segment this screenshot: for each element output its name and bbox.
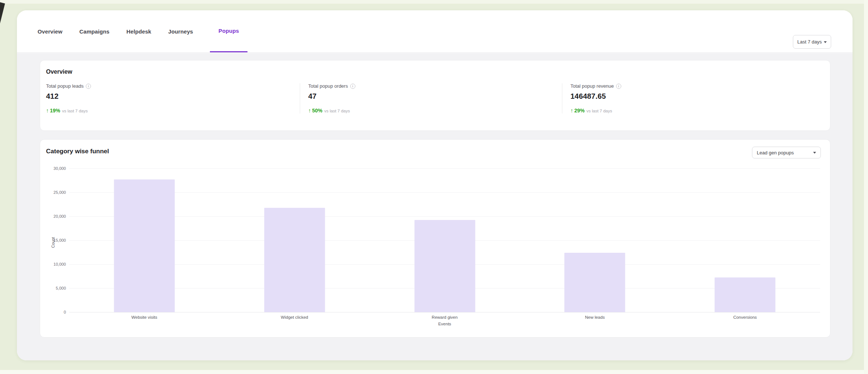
metric-value: 146487.65	[570, 92, 817, 101]
popup-type-value: Lead gen popups	[757, 150, 794, 155]
y-axis-tick-label: 15,000	[53, 238, 66, 242]
x-axis-category-label: Reward given	[432, 315, 457, 319]
chart-gridline: 20,000	[69, 216, 820, 217]
metric-total-popup-leads: Total popup leads i 412 ↑ 19% vs last 7 …	[46, 83, 300, 113]
x-axis-title: Events	[438, 322, 451, 326]
metric-change-period: vs last 7 days	[587, 109, 612, 113]
y-axis-tick-label: 10,000	[53, 262, 66, 266]
popup-type-dropdown[interactable]: Lead gen popups	[752, 147, 821, 158]
funnel-panel-title: Category wise funnel	[46, 148, 109, 155]
x-axis-category-label: Widget clicked	[281, 315, 308, 319]
chart-gridline: 25,000	[69, 192, 820, 193]
metric-label: Total popup orders	[308, 83, 348, 89]
info-icon[interactable]: i	[86, 84, 91, 89]
tab-journeys[interactable]: Journeys	[168, 10, 193, 52]
date-range-dropdown[interactable]: Last 7 days	[793, 35, 831, 49]
y-axis-tick-label: 5,000	[56, 286, 66, 290]
tab-overview[interactable]: Overview	[38, 10, 63, 52]
tab-popups[interactable]: Popups	[210, 10, 247, 52]
bar-conversions[interactable]	[715, 277, 776, 312]
tab-helpdesk[interactable]: Helpdesk	[126, 10, 151, 52]
chevron-down-icon	[813, 152, 816, 154]
trend-up-arrow-icon: ↑	[46, 107, 49, 113]
screenshot-edge-right	[864, 0, 868, 374]
metric-change-percent: 29%	[574, 108, 585, 113]
dashboard-card: Overview Campaigns Helpdesk Journeys Pop…	[17, 10, 853, 360]
metric-label: Total popup leads	[46, 83, 84, 89]
y-axis-tick-label: 0	[64, 310, 66, 314]
x-axis-category-label: Website visits	[131, 315, 157, 319]
metric-label: Total popup revenue	[570, 83, 614, 89]
info-icon[interactable]: i	[616, 84, 621, 89]
y-axis-tick-label: 25,000	[53, 190, 66, 195]
y-axis-tick-label: 20,000	[53, 214, 66, 219]
metric-value: 47	[308, 92, 555, 101]
info-icon[interactable]: i	[350, 84, 355, 89]
x-axis-category-label: Conversions	[733, 315, 757, 319]
content-area: Overview Total popup leads i 412 ↑ 19% v…	[17, 53, 853, 360]
chart-gridline: 30,000	[69, 168, 820, 169]
metric-total-popup-revenue: Total popup revenue i 146487.65 ↑ 29% vs…	[562, 83, 824, 113]
bar-new-leads[interactable]	[565, 253, 625, 312]
trend-up-arrow-icon: ↑	[308, 107, 311, 113]
x-axis-category-label: New leads	[585, 315, 605, 319]
metric-value: 412	[46, 92, 292, 101]
metric-change-percent: 50%	[312, 108, 323, 113]
y-axis-tick-label: 30,000	[53, 166, 66, 171]
metric-total-popup-orders: Total popup orders i 47 ↑ 50% vs last 7 …	[300, 83, 562, 113]
overview-panel: Overview Total popup leads i 412 ↑ 19% v…	[40, 60, 830, 131]
tab-campaigns[interactable]: Campaigns	[80, 10, 110, 52]
metric-change-percent: 19%	[50, 108, 60, 113]
metrics-row: Total popup leads i 412 ↑ 19% vs last 7 …	[46, 83, 824, 113]
screenshot-edge-bottom	[0, 370, 868, 374]
y-axis-title: Count	[51, 237, 55, 248]
metric-change-period: vs last 7 days	[324, 109, 350, 113]
funnel-panel: Category wise funnel Lead gen popups 05,…	[40, 139, 830, 338]
screenshot-edge-top	[0, 0, 868, 4]
overview-panel-title: Overview	[46, 69, 824, 75]
bar-reward-given[interactable]	[414, 220, 475, 312]
bar-website-visits[interactable]	[114, 179, 175, 312]
corner-artifact	[0, 2, 5, 29]
tab-bar: Overview Campaigns Helpdesk Journeys Pop…	[17, 10, 853, 53]
date-range-value: Last 7 days	[797, 39, 822, 45]
trend-up-arrow-icon: ↑	[570, 107, 573, 113]
funnel-bar-chart: 05,00010,00015,00020,00025,00030,000Webs…	[69, 168, 820, 312]
chart-gridline: 0	[69, 312, 820, 312]
bar-widget-clicked[interactable]	[264, 208, 325, 312]
chevron-down-icon	[824, 41, 827, 43]
metric-change-period: vs last 7 days	[62, 109, 88, 113]
